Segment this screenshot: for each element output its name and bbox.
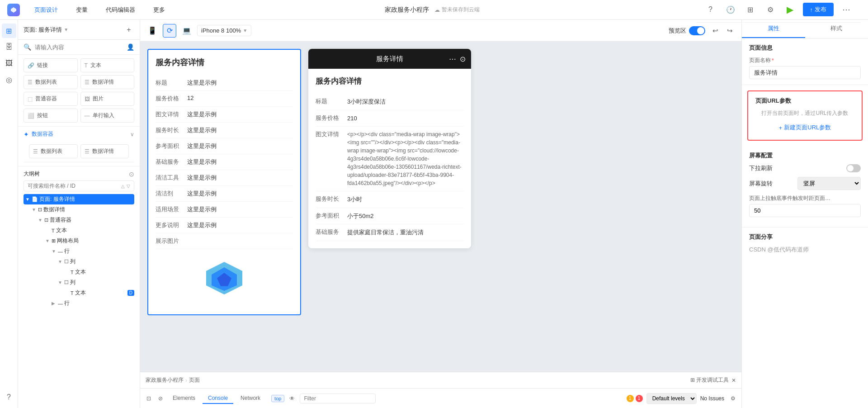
outline-search-input[interactable] [28,183,119,189]
preview-toggle-switch[interactable] [689,26,705,35]
data-container-header[interactable]: ✦ 数据容器 ∨ [24,130,134,138]
console-stop-icon[interactable]: ⊘ [156,394,165,403]
person-icon[interactable]: 👤 [127,43,134,51]
help-bottom-icon[interactable]: ? [2,390,16,404]
tree-item-text-2[interactable]: T 文本 [24,267,134,277]
pull-refresh-toggle[interactable] [846,164,861,172]
page-name-input[interactable] [749,66,861,79]
redo-button[interactable]: ↪ [723,24,736,37]
console-expand-icon[interactable]: ⊡ [144,394,154,403]
component-link[interactable]: 🔗 链接 [24,58,78,72]
data-list-label: 数据列表 [41,147,62,155]
data-container-expand: ∨ [130,131,134,138]
data-detail-tree-icon: ⊡ [38,207,42,213]
outline-tree: ▼ 📄 页面: 服务详情 ▼ ⊡ 数据详情 ▼ ⊡ 普通容器 [24,194,134,404]
level-select[interactable]: Default levels [646,393,697,404]
top-nav-right: ? 🕐 ⊞ ⚙ ▶ ↑ 发布 ⋯ [696,0,861,23]
component-button-label: 按钮 [37,112,48,119]
run-icon[interactable]: ▶ [783,2,797,17]
preview-row-3: 服务时长 3小时 [316,191,464,208]
tab-attributes[interactable]: 属性 [742,20,805,38]
left-label-7: 清洁剂 [156,190,187,198]
database-icon-btn[interactable]: 🗄 [2,40,16,54]
tree-toggle-0: ▼ [25,197,32,202]
data-container-section: ✦ 数据容器 ∨ ☰ 数据列表 ☰ 数据详情 [18,127,140,166]
left-value-3: 这里是示例 [187,126,217,134]
left-value-1: 12 [187,95,193,103]
breadcrumb-item-1: 页面 [189,376,200,384]
desktop-device-icon[interactable]: 💻 [180,24,193,38]
page-share-section: 页面分享 CSDN @低代码布道师 [742,228,868,259]
add-page-button[interactable]: + [123,24,134,35]
mobile-device-icon[interactable]: 📱 [146,24,159,38]
plugin-icon-btn[interactable]: ◎ [2,72,16,87]
warn-badge: 1 [627,395,634,402]
screen-rotation-select[interactable]: 竖屏 [797,177,861,190]
dev-tools-close-icon[interactable]: ✕ [731,377,736,384]
nav-page-design[interactable]: 页面设计 [31,4,61,16]
data-detail-item[interactable]: ☰ 数据详情 [80,144,129,158]
console-tab-elements[interactable]: Elements [167,393,201,404]
nav-variables[interactable]: 变量 [72,4,91,16]
component-text[interactable]: T 文本 [80,58,135,72]
pages-icon-btn[interactable]: ⊞ [2,24,16,38]
data-list-item[interactable]: ☰ 数据列表 [29,144,78,158]
help-icon[interactable]: ? [703,2,718,17]
pull-refresh-label: 下拉刷新 [749,164,773,172]
screen-config-title: 屏幕配置 [749,152,861,160]
left-label-4: 参考面积 [156,142,187,150]
publish-button[interactable]: ↑ 发布 [803,3,834,16]
nav-more-icon[interactable]: ⋯ [839,2,854,17]
preview-icon[interactable]: ⊞ [743,2,758,17]
tree-item-grid[interactable]: ▼ ⊞ 网格布局 [24,236,134,246]
detail-table-left: 标题 这里是示例 服务价格 12 图文详情 这里是示例 [156,75,293,249]
left-label-0: 标题 [156,79,187,87]
device-selector[interactable]: iPhone 8 100% ▼ [197,25,251,36]
tree-item-page[interactable]: ▼ 📄 页面: 服务详情 [24,194,134,204]
settings-icon[interactable]: ⚙ [763,2,778,17]
component-search-input[interactable] [35,44,123,51]
nav-code-editor[interactable]: 代码编辑器 [102,4,139,16]
outline-expand-arrows[interactable]: △ [121,184,125,189]
add-url-param-button[interactable]: + 新建页面URL参数 [755,121,854,134]
left-label-3: 服务时长 [156,126,187,134]
left-label-9: 更多说明 [156,221,187,229]
sync-icon[interactable]: ⟳ [163,24,176,38]
tree-item-text-1[interactable]: T 文本 [24,225,134,236]
tree-item-col-2[interactable]: ▼ ☐ 列 [24,277,134,288]
component-button[interactable]: ⬜ 按钮 [24,109,78,123]
tree-item-col-1[interactable]: ▼ ☐ 列 [24,256,134,267]
tab-styles[interactable]: 样式 [805,20,868,38]
tree-item-row-1[interactable]: ▼ — 行 [24,246,134,256]
left-row-9: 更多说明 这里是示例 [156,218,293,233]
component-data-detail[interactable]: ☰ 数据详情 [80,75,135,89]
tree-label-row-1: 行 [64,247,70,255]
url-params-hint: 打开当前页面时，通过URL传入参数 [755,109,854,117]
outline-collapse-arrows[interactable]: ▽ [127,184,130,189]
component-image[interactable]: 🖼 图片 [80,92,135,106]
data-container-title: 数据容器 [32,130,53,138]
tree-label-row-2: 行 [64,299,70,307]
console-eye-icon[interactable]: 👁 [287,394,297,403]
image-icon-btn[interactable]: 🖼 [2,56,16,71]
preview-value-5: 提供家庭日常保洁，重油污清 [347,228,424,237]
tree-item-data-detail[interactable]: ▼ ⊡ 数据详情 [24,204,134,215]
component-input[interactable]: — 单行输入 [80,109,135,123]
console-settings-icon[interactable]: ⚙ [728,394,738,403]
tree-item-text-3[interactable]: T 文本 D [24,288,134,298]
console-tab-network[interactable]: Network [235,393,266,404]
undo-button[interactable]: ↩ [709,24,722,37]
component-data-list[interactable]: ☰ 数据列表 [24,75,78,89]
tree-label-text-2: 文本 [75,268,86,276]
page-selector-label[interactable]: 页面: 服务详情 ▼ [24,26,68,34]
tree-toggle-2: ▼ [38,218,44,223]
nav-more[interactable]: 更多 [150,4,169,16]
tree-item-container[interactable]: ▼ ⊡ 普通容器 [24,215,134,225]
tree-item-row-2[interactable]: ▶ — 行 [24,298,134,308]
history-icon[interactable]: 🕐 [723,2,738,17]
page-trigger-input[interactable] [749,204,861,217]
component-container[interactable]: ⬚ 普通容器 [24,92,78,106]
console-tab-console[interactable]: Console [203,393,233,404]
outline-expand-icon[interactable]: ⊙ [129,171,134,178]
console-filter-input[interactable] [300,394,376,403]
